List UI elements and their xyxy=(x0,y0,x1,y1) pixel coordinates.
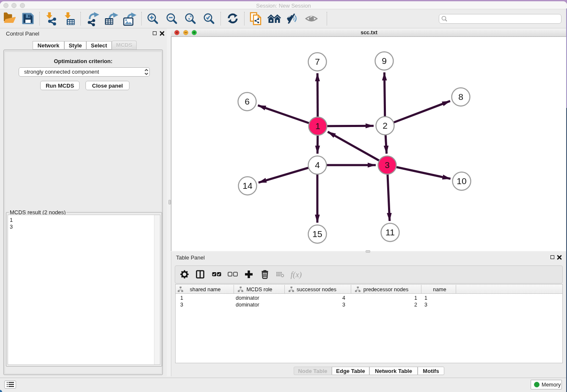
svg-text:MCDS role: MCDS role xyxy=(246,287,272,293)
svg-text:9: 9 xyxy=(382,56,387,66)
svg-text:11: 11 xyxy=(385,227,395,237)
svg-text:f(x): f(x) xyxy=(291,270,302,279)
svg-text:3: 3 xyxy=(385,160,390,170)
svg-text:1: 1 xyxy=(315,121,320,131)
svg-text:14: 14 xyxy=(242,181,253,190)
svg-text:name: name xyxy=(433,287,446,293)
svg-text:2: 2 xyxy=(383,121,388,130)
svg-text:successor nodes: successor nodes xyxy=(297,287,336,293)
svg-text:15: 15 xyxy=(312,229,322,239)
svg-text:10: 10 xyxy=(457,176,466,186)
svg-text:4: 4 xyxy=(315,160,320,170)
svg-text:predecessor nodes: predecessor nodes xyxy=(363,287,408,293)
svg-text:6: 6 xyxy=(245,97,250,106)
svg-text:shared name: shared name xyxy=(190,287,221,293)
svg-text:7: 7 xyxy=(315,57,320,66)
svg-text:8: 8 xyxy=(458,92,463,102)
